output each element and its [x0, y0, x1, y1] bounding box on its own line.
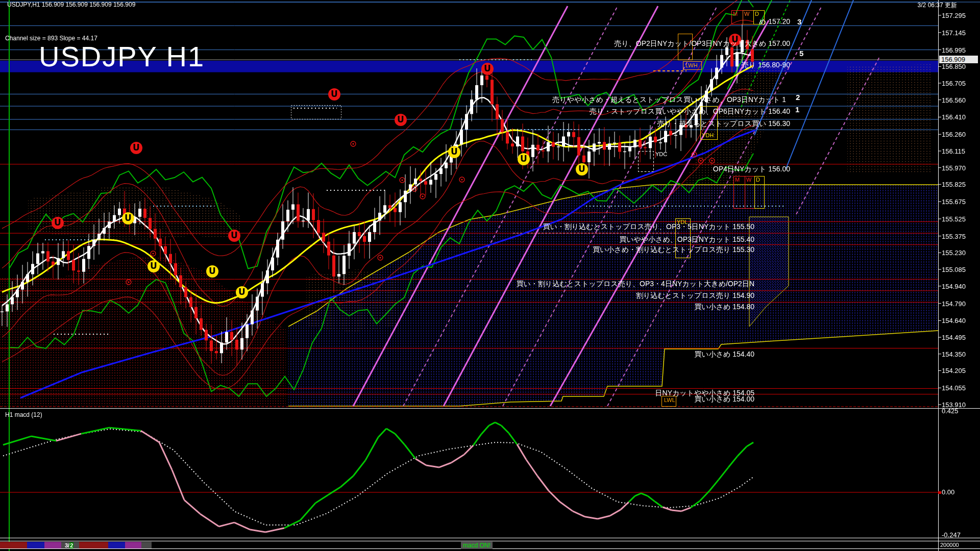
- range-box-label: W: [746, 177, 751, 183]
- price-axis-label: 154.640: [942, 317, 966, 324]
- annotation: 売り 156.80-90: [742, 61, 790, 70]
- range-box-label: M: [733, 11, 738, 17]
- annotation: 売り・ストップロス買いやや小さめ、OP6日NYカット 156.40: [590, 107, 790, 116]
- symbol-watermark: USDJPY H1: [39, 40, 205, 73]
- channel-number: 2: [796, 93, 800, 102]
- price-axis-label: 154.790: [942, 300, 966, 308]
- price-axis-label: 156.850: [942, 63, 966, 70]
- date-month: 3/: [65, 542, 69, 548]
- annotation: 買い小さめ・割り込むとストップロス売り 155.30: [593, 245, 754, 255]
- price-axis-label: 154.495: [942, 334, 966, 341]
- symbol-ohlc-readout: USDJPY,H1 156.909 156.909 156.909 156.90…: [7, 1, 135, 8]
- annotation: 買い小さめ 154.80: [694, 303, 754, 312]
- range-box-label: YDH: [702, 132, 714, 138]
- price-axis-label: 156.705: [942, 80, 966, 87]
- date-separator-label: 3/2: [65, 542, 74, 548]
- price-axis-label: 155.825: [942, 181, 966, 188]
- macd-toggle-button[interactable]: macd ON!: [461, 542, 493, 549]
- annotation: 買い小さめ 154.40: [694, 350, 754, 359]
- price-axis-label: 156.410: [942, 113, 966, 121]
- chart-canvas[interactable]: [0, 0, 980, 551]
- price-axis-label: 156.560: [942, 96, 966, 104]
- date-day: 2: [69, 542, 74, 548]
- price-axis-label: 155.375: [942, 233, 966, 240]
- range-box-label: M: [735, 177, 740, 183]
- annotation: OP4日NYカット 156.00: [713, 165, 790, 174]
- range-box-label: LWL: [664, 397, 675, 403]
- annotation: め 157.20: [759, 17, 790, 27]
- range-box-label: D: [756, 177, 760, 183]
- annotation: 売りやや小さめ・超えるとストップロス買い小さめ、OP3日NYカット 1: [552, 95, 786, 105]
- current-price-tag: 156.909: [939, 56, 978, 63]
- range-box-label: YDC: [655, 151, 667, 157]
- channel-number: 5: [799, 49, 803, 58]
- annotation: 買い小さめ 154.00: [694, 395, 754, 404]
- price-axis-label: 154.940: [942, 283, 966, 290]
- price-axis-label: 153.910: [942, 401, 966, 409]
- annotation: 売り・超えるとストップロス買い 156.30: [657, 119, 790, 129]
- price-axis-label: 157.145: [942, 29, 966, 37]
- price-axis-label: 156.260: [942, 131, 966, 138]
- annotation: 買いやや小さめ、OP3日NYカット 155.40: [619, 235, 754, 244]
- price-axis-label: 155.230: [942, 249, 966, 257]
- price-axis-label: 154.205: [942, 367, 966, 374]
- last-update-timestamp: 3/2 06:37 更新: [918, 1, 957, 10]
- annotation: 売り、OP2日NYカット/OP3日NYカット大きめ 157.00: [615, 39, 790, 48]
- annotation: 買い・割り込むとストップロス売り、OP3・4日NYカット大きめ/OP2日N: [516, 280, 754, 289]
- price-axis-label: 155.085: [942, 266, 966, 273]
- mt4-chart-window: USDJPY,H1 156.909 156.909 156.909 156.90…: [0, 0, 980, 551]
- price-axis-label: 157.295: [942, 12, 966, 19]
- range-box-label: D: [755, 11, 759, 17]
- price-axis-label: 154.350: [942, 350, 966, 358]
- price-axis-label: 154.055: [942, 384, 966, 392]
- channel-number: 3: [797, 17, 801, 26]
- volume-readout: 200000: [940, 542, 959, 548]
- range-box-label: W: [744, 11, 749, 17]
- price-axis-label: 156.115: [942, 147, 965, 155]
- macd-scale-zero: 0.00: [942, 488, 954, 496]
- range-box-label: LWH: [685, 62, 698, 68]
- price-axis-label: 155.675: [942, 198, 966, 206]
- range-box-label: YDL: [677, 219, 688, 225]
- annotation: 買い・割り込むとストップロス売り、OP3・5日NYカット 155.50: [543, 222, 754, 232]
- price-axis-label: 155.970: [942, 164, 966, 172]
- macd-indicator-label: H1 macd (12): [5, 411, 42, 418]
- price-axis-label: 155.525: [942, 215, 966, 223]
- annotation: 割り込むとストップロス売り 154.90: [636, 291, 754, 300]
- price-axis-label: 156.995: [942, 46, 966, 54]
- macd-scale-min: -0.247: [942, 531, 961, 539]
- channel-number: 1: [795, 105, 799, 114]
